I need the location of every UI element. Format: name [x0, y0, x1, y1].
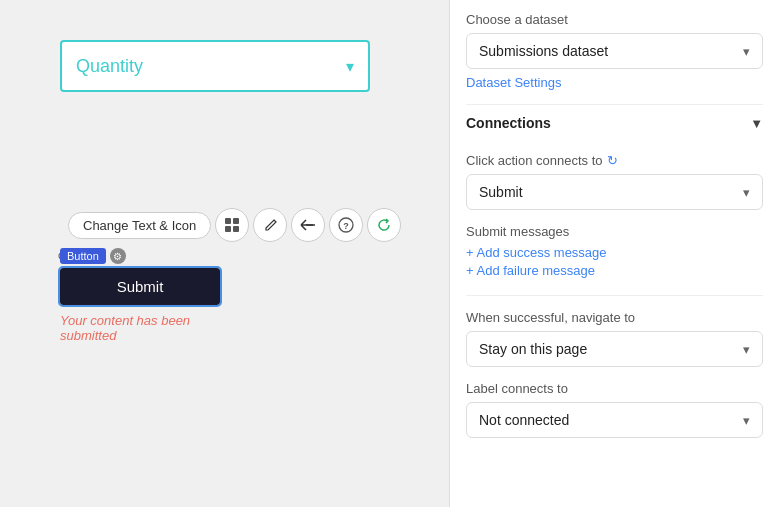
button-element-wrapper: Button ⚙ Submit Your content has been su…: [60, 248, 220, 343]
click-action-refresh-icon[interactable]: ↻: [607, 153, 618, 168]
svg-rect-3: [233, 226, 239, 232]
button-settings-icon[interactable]: ⚙: [110, 248, 126, 264]
right-panel: Choose a dataset Submissions dataset ▾ D…: [450, 0, 779, 507]
grid-icon-button[interactable]: [215, 208, 249, 242]
svg-rect-0: [225, 218, 231, 224]
click-action-chevron-icon: ▾: [743, 185, 750, 200]
pen-icon-button[interactable]: [253, 208, 287, 242]
change-text-button[interactable]: Change Text & Icon: [68, 212, 211, 239]
click-action-section: Click action connects to ↻ Submit ▾: [466, 153, 763, 210]
submit-messages-title: Submit messages: [466, 224, 763, 239]
button-selection-container: Submit: [60, 268, 220, 305]
svg-rect-2: [225, 226, 231, 232]
navigate-section: When successful, navigate to Stay on thi…: [466, 310, 763, 367]
dataset-chevron-icon: ▾: [743, 44, 750, 59]
dataset-value: Submissions dataset: [479, 43, 608, 59]
submit-messages-section: Submit messages + Add success message + …: [466, 224, 763, 296]
navigate-chevron-icon: ▾: [743, 342, 750, 357]
add-success-message-link[interactable]: + Add success message: [466, 245, 763, 260]
add-failure-message-link[interactable]: + Add failure message: [466, 263, 763, 278]
connections-section-header[interactable]: Connections ▼: [466, 104, 763, 141]
help-icon-button[interactable]: ?: [329, 208, 363, 242]
navigate-label: When successful, navigate to: [466, 310, 763, 325]
back-arrow-icon-button[interactable]: [291, 208, 325, 242]
dataset-dropdown[interactable]: Submissions dataset ▾: [466, 33, 763, 69]
success-message-text: Your content has been submitted: [60, 313, 220, 343]
submit-button[interactable]: Submit: [60, 268, 220, 305]
svg-text:?: ?: [343, 221, 349, 231]
label-connects-value: Not connected: [479, 412, 569, 428]
connections-title: Connections: [466, 115, 551, 131]
label-connects-section: Label connects to Not connected ▾: [466, 381, 763, 438]
navigate-value: Stay on this page: [479, 341, 587, 357]
canvas-area: Quantity ▾ ↺ Change Text & Icon: [0, 0, 450, 507]
dataset-section-label: Choose a dataset: [466, 12, 763, 27]
dataset-settings-link[interactable]: Dataset Settings: [466, 75, 763, 90]
label-connects-label: Label connects to: [466, 381, 763, 396]
connections-chevron-icon: ▼: [750, 116, 763, 131]
floating-toolbar: Change Text & Icon ?: [68, 208, 401, 242]
label-connects-dropdown[interactable]: Not connected ▾: [466, 402, 763, 438]
click-action-dropdown[interactable]: Submit ▾: [466, 174, 763, 210]
quantity-text: Quantity: [76, 56, 143, 77]
button-tag: Button: [60, 248, 106, 264]
quantity-chevron-icon: ▾: [346, 57, 354, 76]
refresh-green-icon-button[interactable]: [367, 208, 401, 242]
button-label-bar: Button ⚙: [60, 248, 220, 264]
label-connects-chevron-icon: ▾: [743, 413, 750, 428]
svg-rect-1: [233, 218, 239, 224]
quantity-dropdown[interactable]: Quantity ▾: [60, 40, 370, 92]
dataset-section: Choose a dataset Submissions dataset ▾ D…: [466, 12, 763, 90]
click-action-value: Submit: [479, 184, 523, 200]
navigate-dropdown[interactable]: Stay on this page ▾: [466, 331, 763, 367]
click-action-label: Click action connects to ↻: [466, 153, 763, 168]
